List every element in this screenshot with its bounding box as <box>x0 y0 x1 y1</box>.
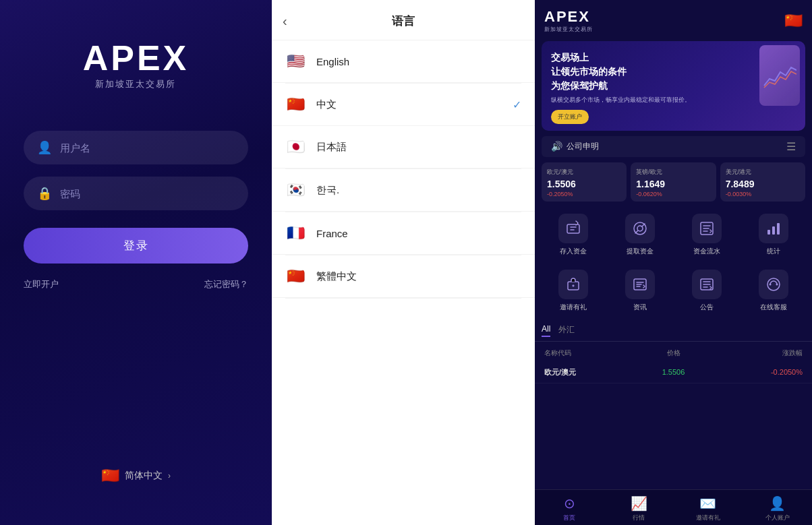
col-name-header: 名称代码 <box>544 348 631 358</box>
home-panel: APEX 新加坡亚太交易所 🇨🇳 交易场上 让领先市场的条件 为您保驾护航 纵横… <box>535 0 812 525</box>
home-nav-icon: ⊙ <box>564 495 575 512</box>
rate-card[interactable]: 美元/港元 7.8489 -0.0030% <box>720 162 805 202</box>
news-icon <box>632 276 648 292</box>
nav-account-label: 个人账户 <box>765 514 790 522</box>
table-header: 名称代码 价格 涨跌幅 <box>535 346 812 361</box>
language-item[interactable]: 🇨🇳 繁體中文 <box>272 255 535 298</box>
lang-flag-circle: 🇰🇷 <box>285 180 306 200</box>
rate-card[interactable]: 欧元/澳元 1.5506 -0.2050% <box>542 162 627 202</box>
user-icon: 👤 <box>37 140 52 155</box>
username-input[interactable] <box>60 142 235 154</box>
deposit-icon <box>565 220 581 237</box>
nav-invite[interactable]: ✉️ 邀请有礼 <box>674 495 743 522</box>
open-account-button[interactable]: 开立账户 <box>551 110 589 124</box>
nav-invite-label: 邀请有礼 <box>696 514 720 522</box>
home-logo: APEX 新加坡亚太交易所 <box>544 8 593 33</box>
flow-icon <box>699 220 715 237</box>
banner-chart-svg <box>763 62 796 89</box>
language-item[interactable]: 🇨🇳 中文 ✓ <box>272 84 535 126</box>
rate-value: 7.8489 <box>726 179 800 189</box>
menu-item-service[interactable]: 在线客服 <box>741 264 805 317</box>
login-button[interactable]: 登录 <box>24 228 248 264</box>
language-item[interactable]: 🇰🇷 한국. <box>272 169 535 212</box>
invite-icon <box>565 276 581 292</box>
menu-item-withdraw[interactable]: 提取资金 <box>608 208 672 261</box>
rate-value: 1.1649 <box>636 179 710 189</box>
rate-label: 欧元/澳元 <box>547 168 621 177</box>
nav-market[interactable]: 📈 行情 <box>604 495 674 522</box>
ann-text: 公司申明 <box>567 141 599 152</box>
rates-section: 欧元/澳元 1.5506 -0.2050% 英镑/欧元 1.1649 -0.06… <box>535 162 812 202</box>
rate-card[interactable]: 英镑/欧元 1.1649 -0.0620% <box>631 162 716 202</box>
lock-icon: 🔒 <box>37 186 52 201</box>
back-icon[interactable]: ‹ <box>283 13 287 29</box>
stats-icon <box>765 220 782 237</box>
menu-item-stats[interactable]: 统计 <box>741 208 805 261</box>
chevron-right-icon: › <box>168 471 171 481</box>
row-name: 欧元/澳元 <box>544 367 631 377</box>
password-input[interactable] <box>60 188 235 199</box>
language-panel: ‹ 语言 🇺🇸 English 🇨🇳 中文 ✓ 🇯🇵 日本語 🇰🇷 한국. 🇫🇷… <box>272 0 535 525</box>
home-logo-sub: 新加坡亚太交易所 <box>544 26 593 33</box>
svg-point-12 <box>776 283 778 285</box>
language-title: 语言 <box>285 13 521 29</box>
lang-flag-circle: 🇺🇸 <box>285 51 306 71</box>
login-panel: APEX 新加坡亚太交易所 👤 🔒 登录 立即开户 忘记密码？ 🇨🇳 简体中文 … <box>0 0 272 525</box>
nav-home[interactable]: ⊙ 首页 <box>535 495 604 522</box>
svg-rect-0 <box>567 224 579 233</box>
language-selector[interactable]: 🇨🇳 简体中文 › <box>101 467 171 485</box>
row-price: 1.5506 <box>631 368 717 376</box>
service-label: 在线客服 <box>760 303 787 312</box>
menu-item-invite[interactable]: 邀请有礼 <box>542 264 606 317</box>
tab-forex[interactable]: 外汇 <box>558 324 575 337</box>
nav-home-label: 首页 <box>563 514 575 522</box>
nav-market-label: 行情 <box>633 514 645 522</box>
ann-left: 🔊 公司申明 <box>551 141 599 152</box>
banner-phone-illustration <box>759 45 800 106</box>
rate-change: -0.0620% <box>636 191 710 197</box>
home-tabs: All 外汇 <box>535 324 812 342</box>
language-item[interactable]: 🇫🇷 France <box>272 212 535 255</box>
table-row[interactable]: 欧元/澳元 1.5506 -0.2050% <box>535 362 812 383</box>
lang-flag-circle: 🇫🇷 <box>285 223 306 243</box>
tab-all[interactable]: All <box>542 324 550 337</box>
lang-text: 简体中文 <box>125 470 163 482</box>
announcement-bar: 🔊 公司申明 ☰ <box>542 136 805 157</box>
register-link[interactable]: 立即开户 <box>24 278 59 290</box>
menu-icon[interactable]: ☰ <box>786 140 796 153</box>
svg-rect-6 <box>777 223 780 235</box>
rate-label: 英镑/欧元 <box>636 168 710 177</box>
home-logo-apex: APEX <box>544 8 593 26</box>
invite-label: 邀请有礼 <box>560 303 587 312</box>
password-input-wrap[interactable]: 🔒 <box>24 177 248 210</box>
menu-item-news[interactable]: 资讯 <box>608 264 672 317</box>
nav-account[interactable]: 👤 个人账户 <box>743 495 812 522</box>
language-item[interactable]: 🇯🇵 日本語 <box>272 126 535 168</box>
lang-name: English <box>316 56 521 67</box>
rate-change: -0.2050% <box>547 191 621 197</box>
lang-name: 繁體中文 <box>316 270 521 283</box>
svg-point-11 <box>769 283 771 285</box>
menu-item-deposit[interactable]: 存入资金 <box>542 208 606 261</box>
svg-rect-5 <box>772 226 775 235</box>
flow-label: 资金流水 <box>693 247 720 256</box>
svg-rect-4 <box>767 230 770 235</box>
username-input-wrap[interactable]: 👤 <box>24 131 248 164</box>
language-item[interactable]: 🇺🇸 English <box>272 40 535 83</box>
withdraw-icon <box>632 220 648 237</box>
menu-item-flow[interactable]: 资金流水 <box>675 208 739 261</box>
forgot-link[interactable]: 忘记密码？ <box>204 278 248 290</box>
lang-name: France <box>316 228 521 239</box>
announce-label: 公告 <box>700 303 714 312</box>
news-label: 资讯 <box>633 303 647 312</box>
rate-change: -0.0030% <box>726 191 800 197</box>
col-price-header: 价格 <box>631 348 717 358</box>
home-flag[interactable]: 🇨🇳 <box>784 12 803 30</box>
logo-sub-text: 新加坡亚太交易所 <box>95 78 176 90</box>
gift-nav-icon: ✉️ <box>699 495 716 512</box>
menu-grid: 存入资金 提取资金 资金流水 <box>535 208 812 317</box>
bottom-nav: ⊙ 首页 📈 行情 ✉️ 邀请有礼 👤 个人账户 <box>535 489 812 525</box>
col-change-header: 涨跌幅 <box>716 348 803 358</box>
menu-item-announce[interactable]: 公告 <box>675 264 739 317</box>
lang-name: 日本語 <box>316 141 521 154</box>
